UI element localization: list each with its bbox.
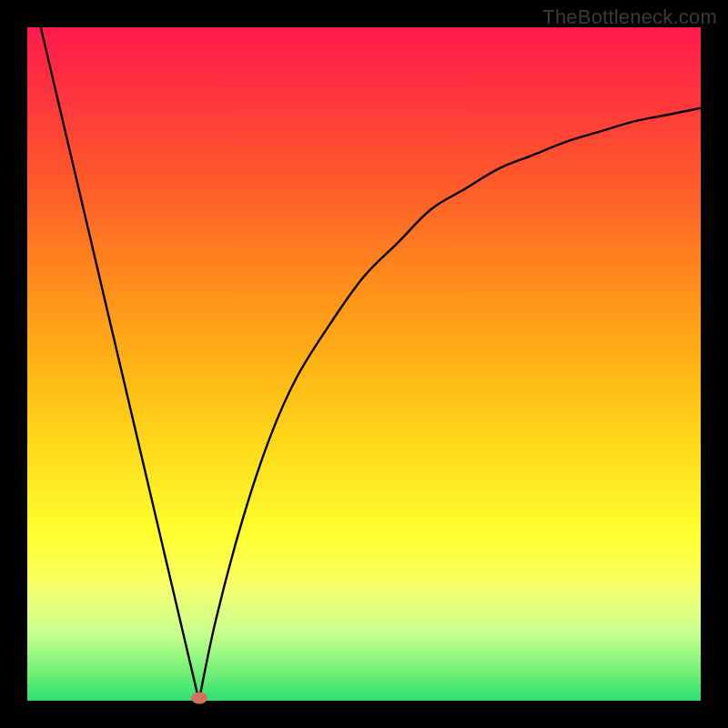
chart-curve [27, 27, 701, 701]
chart-frame: TheBottleneck.com [0, 0, 728, 728]
watermark-text: TheBottleneck.com [542, 5, 717, 29]
optimum-marker [191, 693, 207, 704]
plot-area [27, 27, 701, 701]
